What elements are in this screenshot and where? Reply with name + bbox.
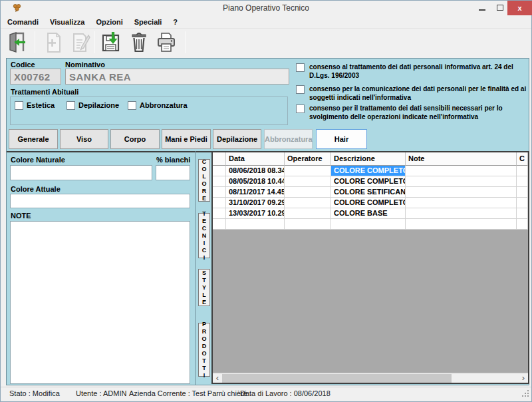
estetica-checkbox[interactable] <box>15 101 23 110</box>
menu-speciali[interactable]: Speciali <box>134 18 162 26</box>
menu-visualizza[interactable]: Visualizza <box>50 18 84 26</box>
content-divider <box>7 151 213 152</box>
depilazione-checkbox[interactable] <box>66 101 75 110</box>
history-grid: Data Operatore Descrizione Note C 08/06/… <box>211 151 529 384</box>
cell-note[interactable] <box>406 187 517 198</box>
row-indicator-cell[interactable] <box>213 187 226 198</box>
abbronzatura-checkbox[interactable] <box>128 101 136 110</box>
tab-abbronzatura[interactable]: Abbronzatura <box>264 129 313 149</box>
cell-data[interactable]: 08/11/2017 14.45 <box>226 187 285 198</box>
row-indicator-cell[interactable] <box>213 166 226 176</box>
table-row[interactable]: 08/11/2017 14.45 COLORE SETIFICANTE <box>213 187 528 198</box>
tab-hair[interactable]: Hair <box>316 129 367 149</box>
column-header-data[interactable]: Data <box>226 152 285 166</box>
column-header-indicator[interactable] <box>213 152 226 166</box>
delete-button[interactable] <box>126 30 152 55</box>
scrollbar-thumb[interactable] <box>222 374 452 383</box>
cell-operatore[interactable] <box>285 176 331 187</box>
side-tab-tecnici[interactable]: TECNICI <box>198 213 210 258</box>
cell-descrizione[interactable]: COLORE COMPLETO <box>331 198 406 208</box>
cell-operatore[interactable] <box>285 166 331 176</box>
cell-c[interactable] <box>517 219 528 230</box>
cell-c[interactable] <box>517 198 528 208</box>
cell-data[interactable]: 31/10/2017 09.29 <box>226 198 285 208</box>
title-bar[interactable]: Piano Operativo Tecnico x <box>1 1 531 16</box>
tab-generale[interactable]: Generale <box>9 129 58 149</box>
resize-grip-icon[interactable] <box>521 389 529 397</box>
consent-3-checkbox[interactable] <box>296 104 305 113</box>
scroll-left-icon[interactable]: ‹ <box>213 373 222 383</box>
cell-note[interactable] <box>406 166 517 176</box>
cell-descrizione-selected[interactable]: COLORE COMPLETO <box>331 166 406 176</box>
exit-button[interactable] <box>4 30 31 55</box>
cell-note[interactable] <box>406 219 517 230</box>
scroll-right-icon[interactable]: › <box>519 373 528 383</box>
cell-data[interactable] <box>226 219 285 230</box>
horizontal-scrollbar[interactable]: ‹ › <box>213 373 528 383</box>
save-button[interactable] <box>98 30 124 55</box>
cell-data[interactable]: 13/03/2017 10.29 <box>226 208 285 219</box>
printer-icon <box>154 31 178 54</box>
cell-descrizione[interactable] <box>331 219 406 230</box>
print-button[interactable] <box>153 30 180 55</box>
edit-record-button-disabled[interactable] <box>67 30 94 55</box>
new-record-button-disabled[interactable] <box>40 30 66 55</box>
cell-note[interactable] <box>406 198 517 208</box>
cell-operatore[interactable] <box>285 198 331 208</box>
cell-descrizione[interactable]: COLORE COMPLETO <box>331 176 406 187</box>
consent-1-label: consenso al trattamento dei dati persona… <box>309 63 527 80</box>
cell-c[interactable] <box>517 187 528 198</box>
menu-help[interactable]: ? <box>173 18 178 26</box>
cell-note[interactable] <box>406 208 517 219</box>
column-header-note[interactable]: Note <box>406 152 517 166</box>
note-textarea[interactable] <box>10 221 190 384</box>
consent-row-1: consenso al trattamento dei dati persona… <box>296 63 527 80</box>
colore-naturale-input[interactable] <box>10 165 152 180</box>
cell-data[interactable]: 08/06/2018 08.34 <box>226 166 285 176</box>
cell-operatore[interactable] <box>285 187 331 198</box>
column-header-descrizione[interactable]: Descrizione <box>331 152 406 166</box>
cell-descrizione[interactable]: COLORE BASE <box>331 208 406 219</box>
perc-bianchi-input[interactable] <box>156 165 190 180</box>
tab-viso[interactable]: Viso <box>60 129 108 149</box>
row-indicator-cell[interactable] <box>213 198 226 208</box>
tab-corpo[interactable]: Corpo <box>110 129 160 149</box>
consent-2-checkbox[interactable] <box>296 85 305 94</box>
tab-depilazione[interactable]: Depilazione <box>213 129 261 149</box>
row-indicator-cell[interactable] <box>213 176 226 187</box>
consent-1-checkbox[interactable] <box>296 63 305 72</box>
colore-attuale-input[interactable] <box>10 194 190 208</box>
note-label: NOTE <box>11 212 31 220</box>
row-indicator-cell[interactable] <box>213 219 226 230</box>
side-tab-style[interactable]: STYLE <box>198 269 210 306</box>
column-header-operatore[interactable]: Operatore <box>285 152 331 166</box>
table-row[interactable]: 08/05/2018 10.44 COLORE COMPLETO <box>213 176 528 187</box>
cell-c[interactable] <box>517 176 528 187</box>
row-indicator-cell[interactable] <box>213 208 226 219</box>
menu-opzioni[interactable]: Opzioni <box>96 18 122 26</box>
table-row-empty[interactable] <box>213 219 528 230</box>
table-row[interactable]: 08/06/2018 08.34 COLORE COMPLETO <box>213 166 528 176</box>
column-header-c[interactable]: C <box>517 152 528 166</box>
minimize-button[interactable] <box>473 1 491 15</box>
tab-mani-e-piedi[interactable]: Mani e Piedi <box>162 129 211 149</box>
cell-operatore[interactable] <box>285 208 331 219</box>
exit-door-icon <box>6 31 29 54</box>
nominativo-field[interactable]: SANKA REA <box>65 69 289 85</box>
cell-data[interactable]: 08/05/2018 10.44 <box>226 176 285 187</box>
maximize-button[interactable] <box>491 1 509 15</box>
menu-comandi[interactable]: Comandi <box>7 18 39 26</box>
table-row[interactable]: 31/10/2017 09.29 COLORE COMPLETO <box>213 198 528 208</box>
cell-operatore[interactable] <box>285 219 331 230</box>
menu-bar: Comandi Visualizza Opzioni Speciali ? <box>1 16 531 29</box>
consent-3-label: consenso per il trattamento dei dati sen… <box>309 104 527 121</box>
cell-c[interactable] <box>517 166 528 176</box>
side-tab-colore[interactable]: COLORE <box>198 159 210 202</box>
cell-descrizione[interactable]: COLORE SETIFICANTE <box>331 187 406 198</box>
table-row[interactable]: 13/03/2017 10.29 COLORE BASE <box>213 208 528 219</box>
cell-note[interactable] <box>406 176 517 187</box>
side-tab-prodotti[interactable]: PRODOTTI <box>198 323 210 377</box>
close-button[interactable]: x <box>507 1 532 15</box>
codice-field[interactable]: X00762 <box>10 69 61 85</box>
cell-c[interactable] <box>517 208 528 219</box>
